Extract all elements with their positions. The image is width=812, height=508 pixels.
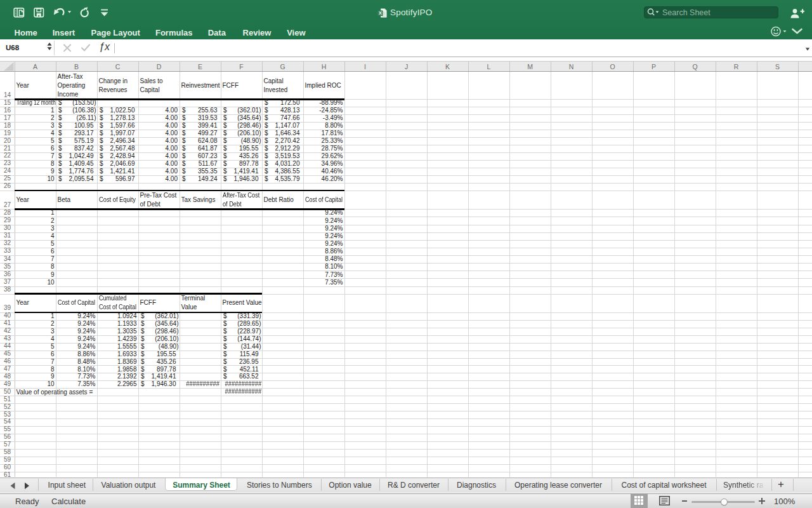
svg-text:X: X (379, 10, 382, 16)
